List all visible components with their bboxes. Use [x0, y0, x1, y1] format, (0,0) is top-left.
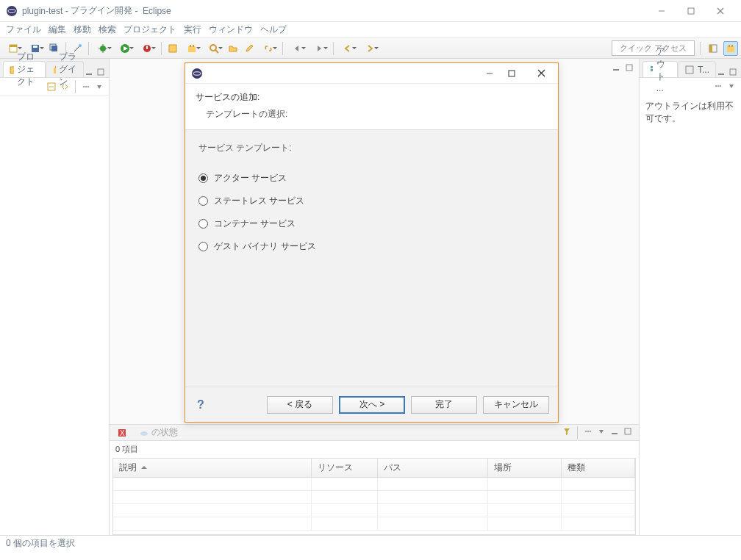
next-edit-button[interactable] — [309, 41, 329, 56]
view-menu-icon[interactable] — [81, 82, 91, 92]
minimize-button[interactable] — [647, 1, 676, 21]
status-tab[interactable]: の状態 — [135, 425, 182, 440]
dialog-titlebar — [185, 63, 558, 84]
svg-marker-44 — [97, 85, 101, 89]
folder-button[interactable] — [226, 41, 240, 56]
menu-navigate[interactable]: 移動 — [71, 22, 94, 37]
svg-rect-10 — [51, 46, 57, 51]
radio-actor-service[interactable]: アクター サービス — [198, 172, 545, 184]
open-perspective-button[interactable] — [706, 41, 720, 56]
maximize-button[interactable] — [676, 1, 706, 21]
dropdown-icon[interactable] — [94, 82, 104, 92]
forward-button[interactable] — [359, 41, 380, 56]
svg-rect-55 — [625, 428, 631, 434]
max-icon-2[interactable] — [623, 426, 633, 437]
dialog-maximize-button[interactable] — [501, 65, 523, 82]
menu-search[interactable]: 検索 — [96, 22, 119, 37]
left-pane: プロジェクト プラグイン — [0, 59, 110, 535]
tab-plugins[interactable]: プラグイン — [46, 61, 84, 77]
svg-rect-33 — [731, 45, 733, 47]
svg-rect-45 — [613, 69, 619, 71]
svg-rect-61 — [718, 73, 724, 75]
link-button[interactable] — [258, 41, 279, 56]
filter-icon[interactable] — [562, 426, 572, 437]
help-icon[interactable]: ? — [194, 398, 204, 412]
debug-button[interactable] — [93, 41, 113, 56]
tab-outline[interactable]: アウト ... — [642, 61, 678, 77]
menu-file[interactable]: ファイル — [3, 22, 44, 37]
finish-button[interactable]: 完了 — [411, 396, 477, 414]
problems-item-count: 0 項目 — [110, 441, 639, 458]
menu-run[interactable]: 実行 — [181, 22, 204, 37]
open-type-button[interactable] — [165, 41, 180, 56]
th-description[interactable]: 説明 — [113, 459, 312, 477]
minimize-view-icon[interactable] — [84, 67, 94, 77]
problems-icon: X — [117, 428, 127, 438]
plugin-perspective-button[interactable] — [723, 41, 738, 56]
svg-marker-66 — [729, 85, 734, 88]
link-editor-icon[interactable] — [60, 82, 70, 92]
svg-point-52 — [590, 430, 592, 432]
menu-help[interactable]: ヘルプ — [257, 22, 290, 37]
collapse-all-icon[interactable] — [46, 82, 57, 92]
cloud-icon — [139, 428, 149, 438]
radio-container-service[interactable]: コンテナー サービス — [198, 218, 545, 230]
menu-window[interactable]: ウィンドウ — [206, 22, 256, 37]
editor-min-icon[interactable] — [611, 62, 621, 73]
tab-tasks[interactable]: T... — [678, 61, 716, 77]
menu-project[interactable]: プロジェクト — [121, 22, 179, 37]
save-button[interactable] — [25, 41, 46, 56]
svg-rect-60 — [686, 66, 693, 73]
tasks-icon — [684, 65, 695, 75]
close-button[interactable] — [706, 1, 735, 21]
problems-view-tabs: X の状態 — [110, 425, 639, 441]
radio-guest-binary-service[interactable]: ゲスト バイナリ サービス — [198, 240, 545, 253]
run-button[interactable] — [115, 41, 135, 56]
editor-max-icon[interactable] — [624, 62, 634, 73]
edit-button[interactable] — [242, 41, 257, 56]
svg-rect-37 — [86, 73, 92, 75]
svg-rect-9 — [33, 46, 37, 48]
ext-tools-button[interactable] — [137, 41, 157, 56]
prev-edit-button[interactable] — [287, 41, 307, 56]
dropdown-icon-2[interactable] — [596, 426, 606, 437]
next-button[interactable]: 次へ > — [339, 396, 405, 414]
svg-rect-24 — [193, 45, 194, 47]
problems-tab[interactable]: X — [112, 426, 132, 439]
new-button[interactable] — [3, 41, 24, 56]
svg-point-63 — [715, 85, 717, 87]
svg-point-25 — [210, 45, 216, 51]
min-icon-2[interactable] — [609, 426, 620, 437]
th-type[interactable]: 種類 — [562, 459, 635, 477]
back-button[interactable]: < 戻る — [267, 396, 333, 414]
menu-edit[interactable]: 編集 — [46, 22, 69, 37]
right-min-icon[interactable] — [716, 67, 726, 77]
dialog-close-button[interactable] — [530, 65, 552, 82]
svg-rect-30 — [709, 45, 712, 52]
th-location[interactable]: 場所 — [488, 459, 562, 477]
statusbar: 0 個の項目を選択 — [0, 535, 741, 551]
back-button[interactable] — [337, 41, 358, 56]
new-plugin-button[interactable] — [182, 41, 202, 56]
outline-icon — [649, 65, 654, 75]
search-button[interactable] — [204, 41, 224, 56]
svg-point-51 — [587, 430, 590, 432]
th-path[interactable]: パス — [378, 459, 488, 477]
quick-access[interactable]: クイック アクセス — [612, 40, 695, 56]
right-max-icon[interactable] — [728, 67, 738, 77]
maximize-view-icon[interactable] — [96, 67, 106, 77]
cancel-button[interactable]: キャンセル — [483, 396, 549, 414]
dialog-minimize-button[interactable] — [479, 65, 501, 82]
window-titlebar: plugin-test - プラグイン開発 - Eclipse — [0, 0, 741, 22]
radio-stateless-service[interactable]: ステートレス サービス — [198, 195, 545, 207]
svg-line-26 — [215, 50, 218, 53]
outline-menu-icon[interactable] — [713, 81, 723, 91]
problems-table: 説明 リソース パス 場所 種類 — [112, 458, 636, 535]
tab-project-explorer[interactable]: プロジェクト — [3, 61, 46, 77]
radio-icon — [198, 173, 208, 183]
outline-dropdown-icon[interactable] — [726, 81, 737, 91]
radio-icon — [198, 219, 208, 229]
view-menu-icon-2[interactable] — [583, 426, 593, 437]
svg-rect-21 — [169, 45, 176, 52]
th-resource[interactable]: リソース — [312, 459, 378, 477]
